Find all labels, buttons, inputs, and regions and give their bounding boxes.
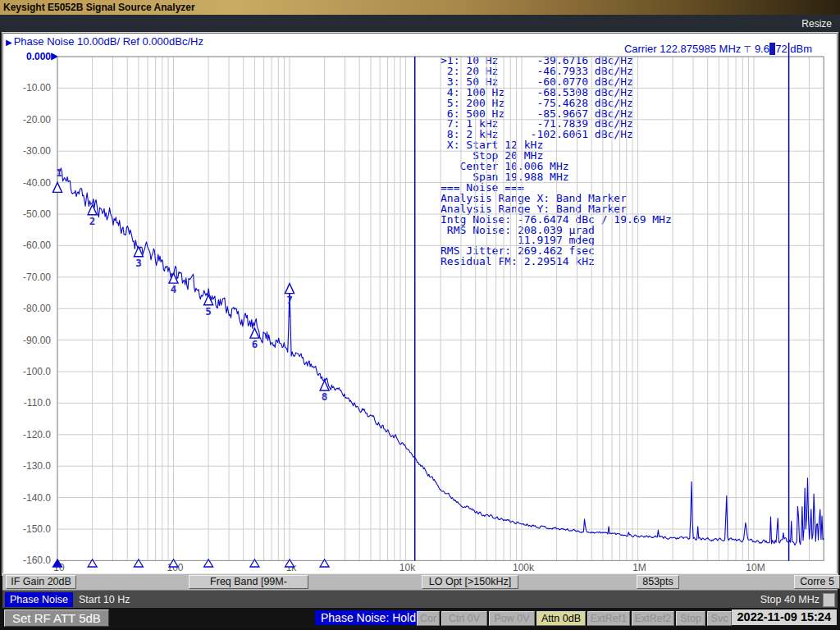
carrier-frequency: Carrier 122.875985 MHz: [624, 43, 741, 55]
softkey-lo-opt[interactable]: LO Opt [>150kHz]: [422, 575, 518, 589]
instrument-screen: Keysight E5052B Signal Source Analyzer R…: [0, 0, 840, 630]
y-axis-label: -150.0: [0, 523, 51, 535]
indicator-svc: Svc: [707, 611, 732, 626]
trace-arrow-icon: ▶: [6, 38, 12, 47]
softkey-if-gain[interactable]: IF Gain 20dB: [6, 575, 76, 589]
y-axis-label: -50.00: [0, 208, 51, 220]
y-axis-label: -30.00: [0, 145, 51, 157]
carrier-power: 9.6972 dBm: [755, 43, 812, 55]
ref-level-arrow-icon: ▶: [51, 50, 58, 62]
y-axis-label: -40.00: [0, 177, 51, 189]
softkey-freq-band[interactable]: Freq Band [99M-1.5GHz]: [189, 575, 308, 589]
measurement-panel: [2, 33, 838, 575]
phase-noise-hold-status[interactable]: Phase Noise: Hold: [315, 610, 422, 625]
y-axis-label: -70.00: [0, 272, 51, 283]
indicator-ctrl: Ctrl 0V: [441, 611, 487, 626]
softkey-corre[interactable]: Corre 5: [794, 575, 840, 589]
y-axis-label: 0.000: [0, 51, 51, 62]
x-axis-label: 10k: [399, 562, 415, 573]
y-axis-label: -120.0: [0, 429, 51, 441]
set-rf-att-button[interactable]: Set RF ATT 5dB: [4, 609, 109, 627]
y-axis-label: -10.00: [0, 82, 51, 94]
carrier-power-suffix: 72 dBm: [775, 43, 812, 55]
resize-button[interactable]: Resize: [801, 18, 832, 30]
x-axis-label: 100: [167, 562, 183, 573]
carrier-power-prefix: 9.6: [755, 43, 769, 55]
y-axis-label: -90.00: [0, 335, 51, 346]
carrier-readout: Carrier 122.875985 MHz⊤9.6972 dBm: [624, 43, 812, 55]
y-axis-label: -80.00: [0, 303, 51, 314]
window-strip: Resize: [0, 15, 840, 33]
x-axis-label: 100k: [513, 562, 534, 573]
softkey-points[interactable]: 853pts: [637, 575, 679, 589]
window-title: Keysight E5052B Signal Source Analyzer: [3, 2, 195, 13]
indicator-pow: Pow 0V: [489, 611, 535, 626]
marker-noise-readout: >1: 10 Hz -39.6716 dBc/Hz 2: 20 Hz -46.7…: [441, 56, 672, 267]
indicator-extref1: ExtRef1: [587, 611, 630, 626]
title-bar: Keysight E5052B Signal Source Analyzer: [0, 0, 840, 15]
sweep-start-label: Start 10 Hz: [79, 594, 130, 605]
y-axis-label: -140.0: [0, 492, 51, 504]
y-axis-label: -100.0: [0, 366, 51, 377]
x-axis-label: 10M: [746, 562, 765, 573]
indicator-cor: Cor: [417, 611, 440, 626]
y-axis-label: -130.0: [0, 460, 51, 472]
y-axis-label: -110.0: [0, 397, 51, 409]
readout-line: Residual FM: 2.29514 kHz: [441, 257, 672, 267]
indicator-stop: Stop: [676, 611, 705, 626]
tab-phase-noise[interactable]: Phase Noise: [5, 592, 73, 607]
status-bar: Set RF ATT 5dB Phase Noise: Hold Cor Ctr…: [0, 608, 840, 628]
softkey-bar: IF Gain 20dB Freq Band [99M-1.5GHz] LO O…: [2, 573, 838, 591]
indicator-extref2: ExtRef2: [632, 611, 674, 626]
sweep-stop-label: Stop 40 MHz: [760, 594, 819, 605]
y-axis-label: -160.0: [0, 555, 51, 566]
trace-header-label: Phase Noise 10.00dB/ Ref 0.000dBc/Hz: [14, 35, 203, 48]
measurement-tab-bar: Phase Noise Start 10 Hz Stop 40 MHz: [2, 590, 838, 609]
indicator-attn: Attn 0dB: [536, 611, 586, 626]
y-axis-label: -20.00: [0, 114, 51, 126]
trace-header: ▶Phase Noise 10.00dB/ Ref 0.000dBc/Hz: [6, 35, 203, 48]
x-axis-label: 1k: [286, 562, 297, 573]
datetime-display: 2022-11-09 15:24: [732, 609, 838, 625]
x-axis-label: 1M: [632, 562, 646, 573]
carrier-marker-icon: ⊤: [743, 44, 751, 54]
y-axis-label: -60.00: [0, 240, 51, 251]
x-axis-label: 10: [53, 562, 64, 573]
tab-bar-handle[interactable]: [823, 593, 835, 607]
